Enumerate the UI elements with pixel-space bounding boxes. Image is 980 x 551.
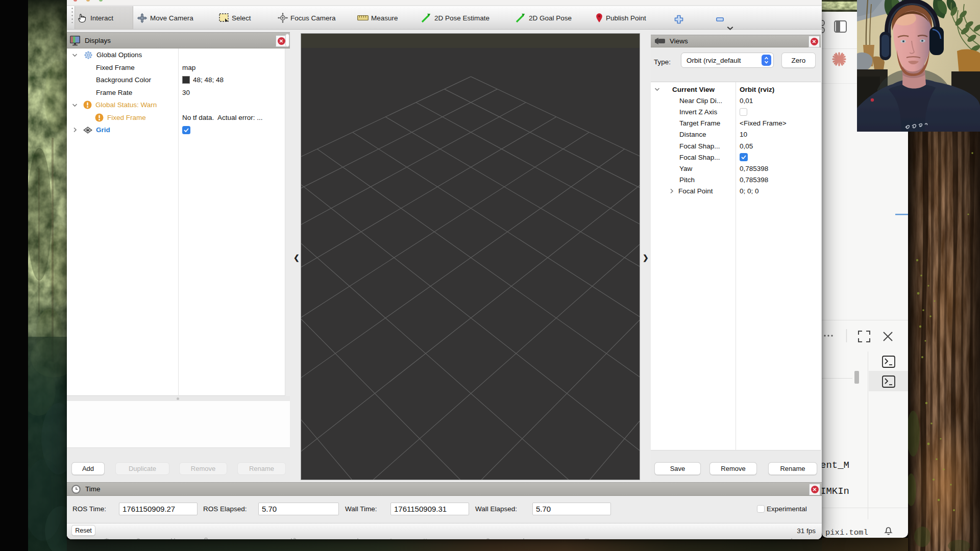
svg-text:pixi.toml: pixi.toml — [825, 528, 868, 537]
svg-text:IMKIn: IMKIn — [822, 486, 849, 497]
svg-text:ent_M: ent_M — [822, 460, 849, 471]
